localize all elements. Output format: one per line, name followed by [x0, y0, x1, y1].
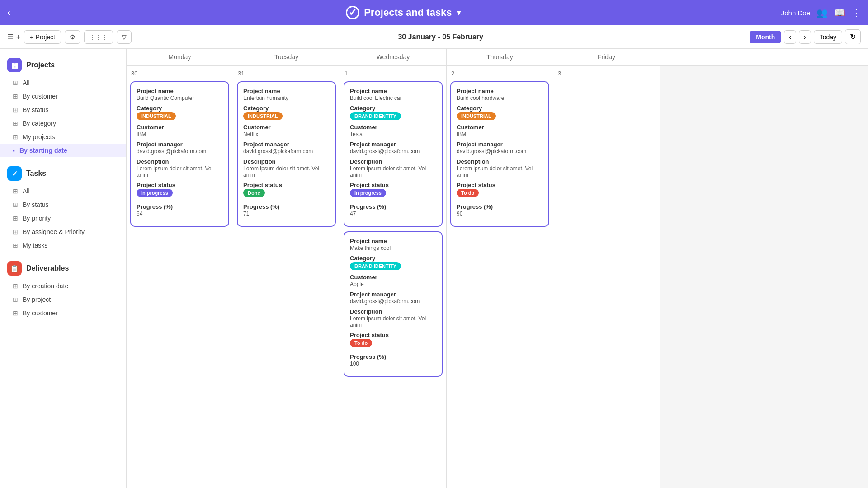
desc-label: Description	[457, 158, 543, 165]
sidebar-item-deliverables-by-customer[interactable]: ⊞ By customer	[0, 306, 126, 320]
pm-value: david.grossi@pickaform.com	[350, 148, 436, 155]
sidebar: ▦ Projects ⊞ All ⊞ By customer ⊞ By stat…	[0, 49, 127, 488]
progress-label: Progress (%)	[350, 203, 436, 210]
project-card[interactable]: Project name Entertain humanity Category…	[237, 81, 336, 227]
sidebar-item-my-tasks[interactable]: ⊞ My tasks	[0, 239, 126, 252]
filter-button[interactable]: ▽	[117, 30, 132, 44]
today-button[interactable]: Today	[814, 30, 842, 44]
customer-value: Netflix	[243, 131, 330, 137]
sidebar-item-projects-all[interactable]: ⊞ All	[0, 76, 126, 89]
pm-value: david.grossi@pickaform.com	[137, 148, 223, 155]
sidebar-toggle-button[interactable]: ☰	[7, 33, 14, 41]
project-name-value: Build cool hardware	[457, 95, 543, 101]
grid-icon: ⊞	[13, 120, 18, 127]
grid-icon: ⊞	[13, 282, 18, 290]
grid-icon: ⊞	[13, 106, 18, 113]
desc-value: Lorem ipsum dolor sit amet. Vel anim	[137, 165, 223, 178]
main-layout: ▦ Projects ⊞ All ⊞ By customer ⊞ By stat…	[0, 49, 868, 488]
status-badge: In progress	[350, 189, 386, 197]
back-button[interactable]: ‹	[7, 7, 10, 19]
desc-label: Description	[350, 158, 436, 165]
sidebar-item-my-projects[interactable]: ⊞ My projects	[0, 130, 126, 144]
customer-value: Tesla	[350, 131, 436, 137]
category-label: Category	[350, 255, 436, 262]
tasks-header: ✓ Tasks	[0, 163, 126, 184]
project-card[interactable]: Project name Build cool hardware Categor…	[450, 81, 549, 227]
status-badge: To do	[350, 339, 372, 347]
date-range: 30 January - 05 February	[398, 33, 483, 41]
project-card[interactable]: Project name Build cool Electric car Cat…	[344, 81, 443, 227]
progress-value: 47	[350, 211, 436, 217]
columns-button[interactable]: ⋮⋮⋮	[84, 30, 113, 44]
sidebar-item-by-category[interactable]: ⊞ By category	[0, 117, 126, 130]
grid-icon: ⊞	[13, 201, 18, 208]
book-icon[interactable]: 📖	[834, 7, 845, 18]
day-number: 3	[557, 69, 656, 78]
user-name: John Doe	[781, 9, 810, 17]
status-badge: Done	[243, 189, 265, 197]
category-badge: INDUSTRIAL	[137, 112, 176, 120]
sidebar-section-deliverables: 📋 Deliverables ⊞ By creation date ⊞ By p…	[0, 258, 126, 320]
sidebar-item-by-status[interactable]: ⊞ By status	[0, 103, 126, 117]
sidebar-section-tasks: ✓ Tasks ⊞ All ⊞ By status ⊞ By priority …	[0, 163, 126, 252]
grid-icon: ⊞	[13, 228, 18, 235]
next-button[interactable]: ›	[799, 30, 811, 44]
progress-label: Progress (%)	[350, 353, 436, 360]
project-name-value: Make things cool	[350, 245, 436, 251]
deliverables-icon: 📋	[7, 261, 22, 276]
desc-label: Description	[137, 158, 223, 165]
add-panel-button[interactable]: +	[16, 33, 20, 41]
sidebar-item-tasks-by-status[interactable]: ⊞ By status	[0, 198, 126, 211]
project-name-value: Entertain humanity	[243, 95, 330, 101]
project-name-label: Project name	[243, 88, 330, 94]
progress-value: 64	[137, 211, 223, 217]
sidebar-item-by-creation-date[interactable]: ⊞ By creation date	[0, 279, 126, 293]
status-badge: To do	[457, 189, 479, 197]
month-button[interactable]: Month	[750, 31, 781, 43]
refresh-button[interactable]: ↻	[845, 29, 861, 44]
cal-day-31: 31 Project name Entertain humanity Categ…	[233, 66, 340, 488]
grid-icon: ⊞	[13, 133, 18, 141]
calendar-header: Monday Tuesday Wednesday Thursday Friday	[127, 49, 868, 66]
customer-value: IBM	[137, 131, 223, 137]
deliverables-label: Deliverables	[26, 264, 69, 272]
sidebar-item-by-project[interactable]: ⊞ By project	[0, 293, 126, 306]
grid-icon: ⊞	[13, 79, 18, 86]
cal-day-1: 1 Project name Build cool Electric car C…	[340, 66, 447, 488]
project-name-value: Build cool Electric car	[350, 95, 436, 101]
day-number: 2	[450, 69, 549, 78]
settings-button[interactable]: ⚙	[65, 30, 80, 44]
desc-value: Lorem ipsum dolor sit amet. Vel anim	[350, 165, 436, 178]
grid-icon: ⊞	[13, 188, 18, 195]
header-friday: Friday	[553, 49, 660, 65]
people-icon[interactable]: 👥	[816, 7, 828, 18]
category-badge: BRAND IDENTITY	[350, 262, 401, 270]
deliverables-header: 📋 Deliverables	[0, 258, 126, 279]
pm-label: Project manager	[350, 291, 436, 298]
status-label: Project status	[457, 182, 543, 188]
sidebar-item-by-priority[interactable]: ⊞ By priority	[0, 211, 126, 225]
grid-icon: ⊞	[13, 93, 18, 100]
page-title: Projects and tasks	[364, 7, 452, 19]
cal-day-30: 30 Project name Build Quantic Computer C…	[127, 66, 233, 488]
sidebar-item-by-starting-date[interactable]: ▪ By starting date	[0, 144, 126, 157]
category-label: Category	[137, 105, 223, 112]
add-project-button[interactable]: + Project	[24, 30, 61, 44]
sidebar-item-by-customer[interactable]: ⊞ By customer	[0, 89, 126, 103]
project-card[interactable]: Project name Make things cool Category B…	[344, 231, 443, 377]
grid-icon: ⊞	[13, 296, 18, 303]
customer-label: Customer	[243, 124, 330, 131]
calendar-icon: ▪	[13, 147, 15, 154]
sidebar-item-tasks-all[interactable]: ⊞ All	[0, 184, 126, 198]
sidebar-item-by-assignee-priority[interactable]: ⊞ By assignee & Priority	[0, 225, 126, 239]
menu-icon[interactable]: ⋮	[852, 7, 861, 18]
sidebar-section-projects: ▦ Projects ⊞ All ⊞ By customer ⊞ By stat…	[0, 54, 126, 157]
title-dropdown-icon[interactable]: ▾	[457, 8, 461, 18]
project-card[interactable]: Project name Build Quantic Computer Cate…	[130, 81, 229, 227]
calendar-body: 30 Project name Build Quantic Computer C…	[127, 66, 868, 488]
customer-label: Customer	[137, 124, 223, 131]
category-badge: INDUSTRIAL	[243, 112, 283, 120]
prev-button[interactable]: ‹	[784, 30, 796, 44]
status-label: Project status	[243, 182, 330, 188]
projects-icon: ▦	[7, 58, 22, 72]
